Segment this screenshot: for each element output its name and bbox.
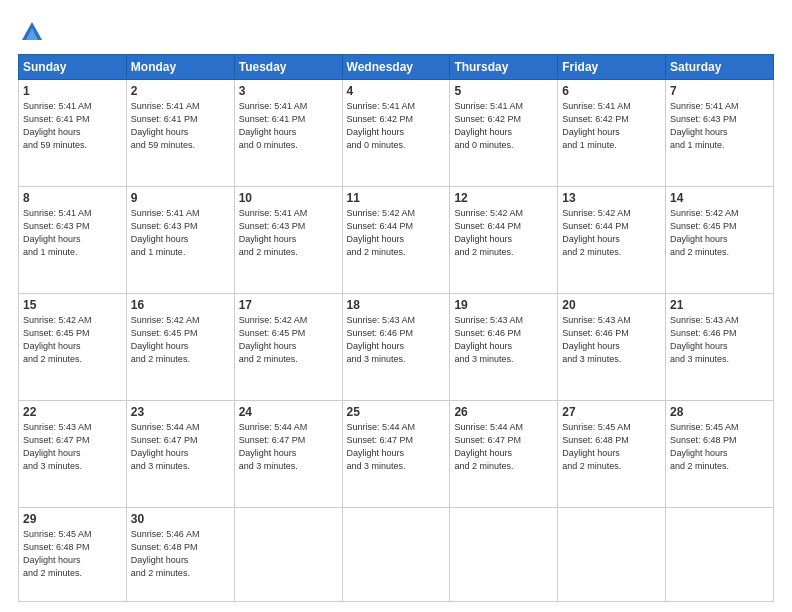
day-info: Sunrise: 5:41 AMSunset: 6:41 PMDaylight … (131, 100, 230, 152)
day-number: 26 (454, 405, 553, 419)
day-number: 8 (23, 191, 122, 205)
calendar-day-cell (666, 508, 774, 602)
calendar-day-cell: 22Sunrise: 5:43 AMSunset: 6:47 PMDayligh… (19, 401, 127, 508)
day-info: Sunrise: 5:41 AMSunset: 6:42 PMDaylight … (454, 100, 553, 152)
day-info: Sunrise: 5:43 AMSunset: 6:46 PMDaylight … (347, 314, 446, 366)
calendar-week-row: 15Sunrise: 5:42 AMSunset: 6:45 PMDayligh… (19, 294, 774, 401)
day-number: 3 (239, 84, 338, 98)
calendar-day-cell: 28Sunrise: 5:45 AMSunset: 6:48 PMDayligh… (666, 401, 774, 508)
header (18, 18, 774, 46)
calendar-day-cell: 30Sunrise: 5:46 AMSunset: 6:48 PMDayligh… (126, 508, 234, 602)
day-info: Sunrise: 5:41 AMSunset: 6:42 PMDaylight … (347, 100, 446, 152)
calendar-day-cell: 25Sunrise: 5:44 AMSunset: 6:47 PMDayligh… (342, 401, 450, 508)
calendar-day-cell: 8Sunrise: 5:41 AMSunset: 6:43 PMDaylight… (19, 187, 127, 294)
day-info: Sunrise: 5:44 AMSunset: 6:47 PMDaylight … (131, 421, 230, 473)
dow-header: Friday (558, 55, 666, 80)
dow-header: Tuesday (234, 55, 342, 80)
calendar-day-cell: 13Sunrise: 5:42 AMSunset: 6:44 PMDayligh… (558, 187, 666, 294)
day-number: 4 (347, 84, 446, 98)
page: SundayMondayTuesdayWednesdayThursdayFrid… (0, 0, 792, 612)
day-number: 24 (239, 405, 338, 419)
day-info: Sunrise: 5:45 AMSunset: 6:48 PMDaylight … (562, 421, 661, 473)
calendar-day-cell (450, 508, 558, 602)
calendar-day-cell: 15Sunrise: 5:42 AMSunset: 6:45 PMDayligh… (19, 294, 127, 401)
calendar-day-cell: 3Sunrise: 5:41 AMSunset: 6:41 PMDaylight… (234, 80, 342, 187)
day-info: Sunrise: 5:42 AMSunset: 6:45 PMDaylight … (239, 314, 338, 366)
day-number: 16 (131, 298, 230, 312)
day-number: 20 (562, 298, 661, 312)
calendar-day-cell: 11Sunrise: 5:42 AMSunset: 6:44 PMDayligh… (342, 187, 450, 294)
calendar-day-cell: 2Sunrise: 5:41 AMSunset: 6:41 PMDaylight… (126, 80, 234, 187)
calendar-day-cell: 10Sunrise: 5:41 AMSunset: 6:43 PMDayligh… (234, 187, 342, 294)
day-info: Sunrise: 5:43 AMSunset: 6:46 PMDaylight … (562, 314, 661, 366)
calendar-day-cell: 24Sunrise: 5:44 AMSunset: 6:47 PMDayligh… (234, 401, 342, 508)
day-number: 17 (239, 298, 338, 312)
day-info: Sunrise: 5:44 AMSunset: 6:47 PMDaylight … (347, 421, 446, 473)
day-number: 23 (131, 405, 230, 419)
day-info: Sunrise: 5:41 AMSunset: 6:41 PMDaylight … (23, 100, 122, 152)
day-number: 9 (131, 191, 230, 205)
day-info: Sunrise: 5:45 AMSunset: 6:48 PMDaylight … (670, 421, 769, 473)
day-number: 27 (562, 405, 661, 419)
calendar-day-cell (342, 508, 450, 602)
calendar-week-row: 22Sunrise: 5:43 AMSunset: 6:47 PMDayligh… (19, 401, 774, 508)
dow-header: Monday (126, 55, 234, 80)
day-info: Sunrise: 5:42 AMSunset: 6:45 PMDaylight … (670, 207, 769, 259)
calendar-week-row: 29Sunrise: 5:45 AMSunset: 6:48 PMDayligh… (19, 508, 774, 602)
calendar-day-cell: 21Sunrise: 5:43 AMSunset: 6:46 PMDayligh… (666, 294, 774, 401)
calendar-day-cell: 4Sunrise: 5:41 AMSunset: 6:42 PMDaylight… (342, 80, 450, 187)
day-number: 13 (562, 191, 661, 205)
day-info: Sunrise: 5:42 AMSunset: 6:44 PMDaylight … (347, 207, 446, 259)
days-of-week-row: SundayMondayTuesdayWednesdayThursdayFrid… (19, 55, 774, 80)
day-number: 5 (454, 84, 553, 98)
calendar-day-cell: 1Sunrise: 5:41 AMSunset: 6:41 PMDaylight… (19, 80, 127, 187)
day-number: 19 (454, 298, 553, 312)
calendar-day-cell: 16Sunrise: 5:42 AMSunset: 6:45 PMDayligh… (126, 294, 234, 401)
day-info: Sunrise: 5:44 AMSunset: 6:47 PMDaylight … (454, 421, 553, 473)
day-info: Sunrise: 5:41 AMSunset: 6:43 PMDaylight … (239, 207, 338, 259)
day-info: Sunrise: 5:41 AMSunset: 6:43 PMDaylight … (23, 207, 122, 259)
calendar-day-cell: 12Sunrise: 5:42 AMSunset: 6:44 PMDayligh… (450, 187, 558, 294)
day-number: 14 (670, 191, 769, 205)
dow-header: Sunday (19, 55, 127, 80)
day-number: 30 (131, 512, 230, 526)
calendar-day-cell: 29Sunrise: 5:45 AMSunset: 6:48 PMDayligh… (19, 508, 127, 602)
calendar-day-cell: 23Sunrise: 5:44 AMSunset: 6:47 PMDayligh… (126, 401, 234, 508)
calendar-body: 1Sunrise: 5:41 AMSunset: 6:41 PMDaylight… (19, 80, 774, 602)
calendar-day-cell: 6Sunrise: 5:41 AMSunset: 6:42 PMDaylight… (558, 80, 666, 187)
day-info: Sunrise: 5:41 AMSunset: 6:41 PMDaylight … (239, 100, 338, 152)
calendar-day-cell: 9Sunrise: 5:41 AMSunset: 6:43 PMDaylight… (126, 187, 234, 294)
day-number: 25 (347, 405, 446, 419)
calendar-day-cell: 17Sunrise: 5:42 AMSunset: 6:45 PMDayligh… (234, 294, 342, 401)
calendar-week-row: 1Sunrise: 5:41 AMSunset: 6:41 PMDaylight… (19, 80, 774, 187)
day-number: 21 (670, 298, 769, 312)
day-number: 15 (23, 298, 122, 312)
day-number: 7 (670, 84, 769, 98)
day-number: 1 (23, 84, 122, 98)
day-info: Sunrise: 5:44 AMSunset: 6:47 PMDaylight … (239, 421, 338, 473)
day-number: 11 (347, 191, 446, 205)
day-info: Sunrise: 5:41 AMSunset: 6:43 PMDaylight … (131, 207, 230, 259)
day-number: 28 (670, 405, 769, 419)
calendar-week-row: 8Sunrise: 5:41 AMSunset: 6:43 PMDaylight… (19, 187, 774, 294)
calendar-table: SundayMondayTuesdayWednesdayThursdayFrid… (18, 54, 774, 602)
calendar-day-cell: 7Sunrise: 5:41 AMSunset: 6:43 PMDaylight… (666, 80, 774, 187)
day-info: Sunrise: 5:43 AMSunset: 6:46 PMDaylight … (454, 314, 553, 366)
dow-header: Saturday (666, 55, 774, 80)
day-info: Sunrise: 5:43 AMSunset: 6:46 PMDaylight … (670, 314, 769, 366)
dow-header: Wednesday (342, 55, 450, 80)
day-info: Sunrise: 5:41 AMSunset: 6:42 PMDaylight … (562, 100, 661, 152)
dow-header: Thursday (450, 55, 558, 80)
calendar-day-cell: 19Sunrise: 5:43 AMSunset: 6:46 PMDayligh… (450, 294, 558, 401)
day-number: 29 (23, 512, 122, 526)
day-number: 12 (454, 191, 553, 205)
calendar-day-cell: 20Sunrise: 5:43 AMSunset: 6:46 PMDayligh… (558, 294, 666, 401)
day-info: Sunrise: 5:43 AMSunset: 6:47 PMDaylight … (23, 421, 122, 473)
day-info: Sunrise: 5:45 AMSunset: 6:48 PMDaylight … (23, 528, 122, 580)
day-number: 6 (562, 84, 661, 98)
day-info: Sunrise: 5:42 AMSunset: 6:44 PMDaylight … (562, 207, 661, 259)
calendar-day-cell: 27Sunrise: 5:45 AMSunset: 6:48 PMDayligh… (558, 401, 666, 508)
day-number: 22 (23, 405, 122, 419)
day-info: Sunrise: 5:41 AMSunset: 6:43 PMDaylight … (670, 100, 769, 152)
day-info: Sunrise: 5:42 AMSunset: 6:44 PMDaylight … (454, 207, 553, 259)
